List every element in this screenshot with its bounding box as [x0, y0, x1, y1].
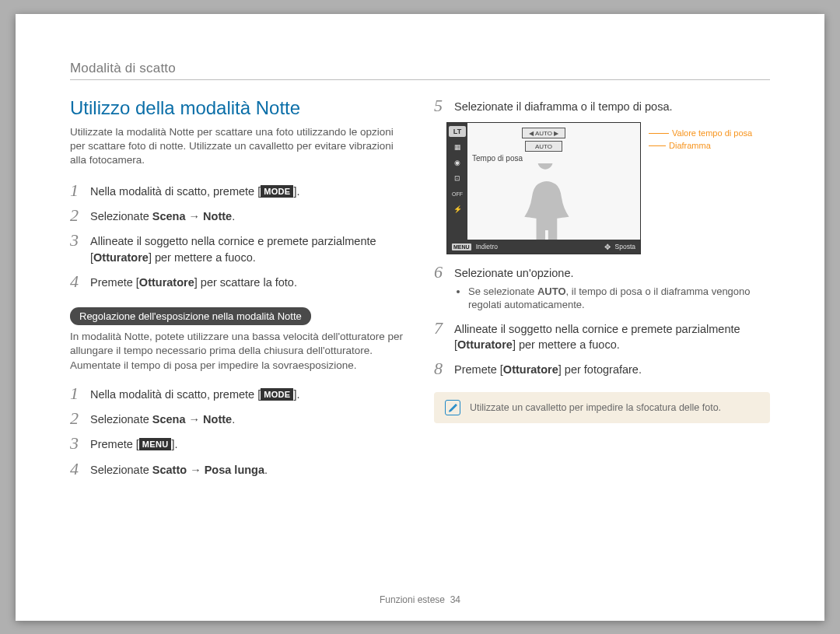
step-text: Selezionate Scena → Notte. [90, 207, 406, 224]
menu-button-label: MENU [139, 438, 172, 450]
mode-button-label: MODE [261, 185, 293, 198]
page-footer: Funzioni estese 34 [16, 594, 824, 605]
step-text: Premete [Otturatore] per fotografare. [454, 360, 770, 377]
lcd-exposure-label: Tempo di posa [472, 154, 523, 163]
callout-shutter: Valore tempo di posa [649, 128, 752, 138]
section-intro: Utilizzate la modalità Notte per scattar… [70, 125, 406, 168]
lcd-bottom-bar: MENU Indietro ✥ Sposta [447, 240, 640, 254]
two-column-layout: Utilizzo della modalità Notte Utilizzate… [70, 97, 770, 485]
lcd-shutter-value: ◀ AUTO ▶ [522, 128, 565, 138]
lcd-camera-icon: ◉ [450, 157, 464, 168]
running-header: Modalità di scatto [70, 61, 770, 76]
lcd-move-label: Sposta [615, 243, 635, 250]
note-text: Utilizzate un cavalletto per impedire la… [470, 402, 721, 413]
lcd-aperture-value: AUTO [525, 141, 562, 152]
step-text: Selezionate un'opzione. Se selezionate A… [454, 264, 770, 311]
step-text: Selezionate Scena → Notte. [90, 410, 406, 427]
step-number: 8 [434, 360, 446, 377]
step-number: 1 [70, 182, 82, 199]
steps-right-cont: 6 Selezionate un'opzione. Se selezionate… [434, 264, 770, 377]
lcd-menu-tag: MENU [452, 243, 471, 250]
steps-exposure: 1 Nella modalità di scatto, premete [MOD… [70, 385, 406, 478]
steps-main: 1 Nella modalità di scatto, premete [MOD… [70, 182, 406, 290]
step-number: 3 [70, 435, 82, 452]
left-arrow-icon: ◀ [527, 130, 535, 137]
footer-page-number: 34 [450, 594, 460, 605]
right-arrow-icon: ▶ [552, 130, 560, 137]
lcd-back-label: Indietro [476, 243, 498, 250]
lcd-illustration: LT ▦ ◉ ⊡ OFF ⚡ ◀ AUTO ▶ AUTO [446, 122, 770, 254]
step-text: Nella modalità di scatto, premete [MODE]… [90, 182, 406, 199]
step-number: 6 [434, 264, 446, 281]
step-number: 3 [70, 232, 82, 249]
step-text: Nella modalità di scatto, premete [MODE]… [90, 385, 406, 402]
step-text: Premete [MENU]. [90, 435, 406, 452]
step-text: Selezionate il diaframma o il tempo di p… [454, 97, 770, 114]
subheading-text: In modalità Notte, potete utilizzare una… [70, 330, 406, 373]
mode-button-label: MODE [261, 388, 293, 401]
camera-lcd: LT ▦ ◉ ⊡ OFF ⚡ ◀ AUTO ▶ AUTO [446, 122, 641, 254]
bullet-item: Se selezionate AUTO, il tempo di posa o … [468, 285, 770, 312]
step-text: Allineate il soggetto nella cornice e pr… [454, 320, 770, 353]
person-silhouette-icon [514, 163, 576, 245]
step-number: 1 [70, 385, 82, 402]
dpad-icon: ✥ [604, 243, 611, 251]
section-title: Utilizzo della modalità Notte [70, 97, 406, 119]
lcd-grid-icon: ▦ [450, 142, 464, 152]
manual-page: Modalità di scatto Utilizzo della modali… [16, 14, 824, 621]
step-number: 2 [70, 207, 82, 224]
step-number: 7 [434, 320, 446, 337]
subheading-pill: Regolazione dell'esposizione nella modal… [70, 307, 311, 325]
step-text: Selezionate Scatto → Posa lunga. [90, 461, 406, 478]
step-number: 2 [70, 410, 82, 427]
step-number: 5 [434, 97, 446, 114]
steps-right: 5 Selezionate il diaframma o il tempo di… [434, 97, 770, 114]
step-number: 4 [70, 273, 82, 290]
header-rule [70, 79, 770, 80]
lt-badge: LT [449, 126, 466, 137]
lcd-off-icon: OFF [450, 188, 464, 199]
right-column: 5 Selezionate il diaframma o il tempo di… [434, 97, 770, 485]
note-icon [445, 400, 460, 415]
step-text: Premete [Otturatore] per scattare la fot… [90, 273, 406, 290]
note-box: Utilizzate un cavalletto per impedire la… [434, 392, 770, 423]
step-text: Allineate il soggetto nella cornice e pr… [90, 232, 406, 265]
lcd-timer-icon: ⊡ [450, 173, 464, 184]
footer-section: Funzioni estese [380, 594, 445, 605]
left-column: Utilizzo della modalità Notte Utilizzate… [70, 97, 406, 485]
lcd-sidebar: LT ▦ ◉ ⊡ OFF ⚡ [447, 123, 467, 254]
lcd-flash-icon: ⚡ [450, 204, 464, 215]
callout-aperture: Diaframma [649, 141, 711, 150]
step-number: 4 [70, 461, 82, 478]
